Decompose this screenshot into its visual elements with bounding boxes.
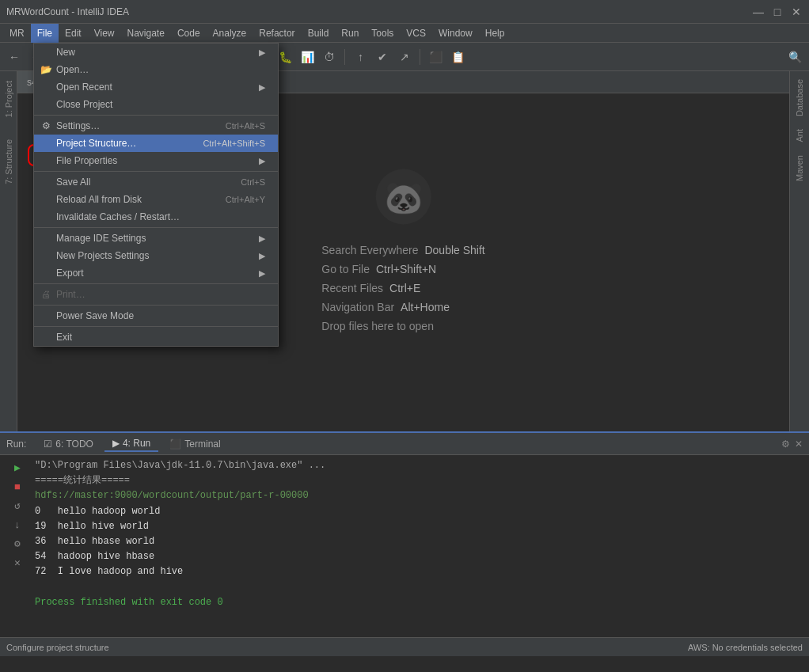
toolbar-back-button[interactable]: ← <box>5 47 24 66</box>
hint-goto-file: Go to File Ctrl+Shift+N <box>321 263 484 275</box>
bottom-tab-todo[interactable]: ☑ 6: TODO <box>36 437 101 451</box>
menu-sep3 <box>34 227 278 228</box>
new-arrow-icon: ▶ <box>259 47 265 58</box>
menu-navigate[interactable]: Navigate <box>121 24 171 43</box>
menu-item-settings-label: Settings… <box>56 120 100 131</box>
terminal-icon: ⬛ <box>169 439 181 450</box>
menu-sep1 <box>34 115 278 116</box>
menu-analyze[interactable]: Analyze <box>207 24 253 43</box>
console-rerun-btn[interactable]: ↺ <box>9 498 25 514</box>
console-left-buttons: ▶ ■ ↺ ↓ ⚙ ✕ <box>6 458 28 634</box>
console-close-btn[interactable]: ✕ <box>9 555 25 571</box>
project-panel-tab[interactable]: 1: Project <box>2 78 15 120</box>
ant-panel-tab[interactable]: Ant <box>793 124 806 147</box>
hint-key-2: Ctrl+Shift+N <box>376 263 436 275</box>
menu-item-export[interactable]: Export ▶ <box>34 264 278 282</box>
menu-item-power-save-label: Power Save Mode <box>56 310 134 321</box>
menu-item-new-projects-settings-label: New Projects Settings <box>56 250 149 261</box>
console-line-9 <box>35 580 803 595</box>
menu-item-settings[interactable]: ⚙ Settings… Ctrl+Alt+S <box>34 117 278 135</box>
toolbar-terminal-button[interactable]: ⬛ <box>426 47 445 66</box>
toolbar-search-everywhere-button[interactable]: 🔍 <box>785 47 804 66</box>
hint-text-5: Drop files here to open <box>321 320 434 332</box>
menu-run[interactable]: Run <box>335 24 365 43</box>
menu-item-open-label: Open… <box>56 64 89 75</box>
console-scroll-btn[interactable]: ↓ <box>9 517 25 533</box>
run-icon: ▶ <box>112 438 120 449</box>
maximize-button[interactable]: □ <box>771 6 784 18</box>
console-line-8: 72 I love hadoop and hive <box>35 564 803 579</box>
toolbar-sep3 <box>344 49 345 65</box>
toolbar-vcs-commit-button[interactable]: ✔ <box>373 47 392 66</box>
menu-item-invalidate[interactable]: Invalidate Caches / Restart… <box>34 208 278 226</box>
toolbar-vcs-update-button[interactable]: ↑ <box>351 47 370 66</box>
run-tab-label: 4: Run <box>123 438 150 449</box>
menu-item-print: 🖨 Print… <box>34 286 278 303</box>
menu-build[interactable]: Build <box>302 24 336 43</box>
menu-refactor[interactable]: Refactor <box>253 24 301 43</box>
console-line-2: =====统计结果===== <box>35 473 803 488</box>
menu-sep4 <box>34 283 278 284</box>
hint-recent-files: Recent Files Ctrl+E <box>321 282 484 294</box>
bottom-close-icon[interactable]: ✕ <box>795 439 803 450</box>
minimize-button[interactable]: — <box>752 6 765 18</box>
menu-item-new-projects-settings[interactable]: New Projects Settings ▶ <box>34 247 278 264</box>
bottom-panel: Run: ☑ 6: TODO ▶ 4: Run ⬛ Terminal ⚙ ✕ ▶… <box>0 431 809 637</box>
debug-button[interactable]: 🐛 <box>275 47 294 66</box>
new-projects-settings-arrow-icon: ▶ <box>259 251 265 261</box>
bottom-tab-terminal[interactable]: ⬛ Terminal <box>161 437 228 451</box>
menu-help[interactable]: Help <box>479 24 511 43</box>
menu-vcs[interactable]: VCS <box>400 24 432 43</box>
menu-item-open-recent[interactable]: Open Recent ▶ <box>34 78 278 96</box>
menu-item-project-structure[interactable]: Project Structure… Ctrl+Alt+Shift+S <box>34 135 278 152</box>
toolbar-sep4 <box>420 49 420 65</box>
hint-text-1: Search Everywhere <box>321 244 418 256</box>
console-line-1: "D:\Program Files\Java\jdk-11.0.7\bin\ja… <box>35 458 803 473</box>
console-stop-btn[interactable]: ■ <box>9 479 25 495</box>
menu-window[interactable]: Window <box>432 24 479 43</box>
menu-tools[interactable]: Tools <box>365 24 400 43</box>
menu-item-power-save[interactable]: Power Save Mode <box>34 307 278 325</box>
menu-bar: MR File Edit View Navigate Code Analyze … <box>0 24 809 43</box>
bottom-settings-icon[interactable]: ⚙ <box>781 439 790 450</box>
menu-edit[interactable]: Edit <box>59 24 88 43</box>
file-properties-arrow-icon: ▶ <box>259 156 265 166</box>
hint-drop-files: Drop files here to open <box>321 320 484 332</box>
hint-key-3: Ctrl+E <box>389 282 420 294</box>
bottom-tab-run[interactable]: ▶ 4: Run <box>104 436 158 452</box>
run-label: Run: <box>6 439 26 450</box>
menu-item-new[interactable]: New ▶ <box>34 44 278 61</box>
menu-sep6 <box>34 326 278 327</box>
menu-item-new-label: New <box>56 47 75 58</box>
settings-shortcut: Ctrl+Alt+S <box>226 121 265 131</box>
menu-item-file-properties[interactable]: File Properties ▶ <box>34 152 278 169</box>
toolbar-vcs-push-button[interactable]: ↗ <box>395 47 414 66</box>
console-line-5: 19 hello hive world <box>35 519 803 534</box>
close-button[interactable]: ✕ <box>790 6 803 18</box>
menu-item-save-all[interactable]: Save All Ctrl+S <box>34 173 278 191</box>
open-folder-icon: 📂 <box>39 64 53 75</box>
maven-panel-tab[interactable]: Maven <box>793 150 806 186</box>
menu-item-close-project[interactable]: Close Project <box>34 96 278 113</box>
export-arrow-icon: ▶ <box>259 268 265 279</box>
database-panel-tab[interactable]: Database <box>793 74 806 121</box>
toolbar-profile-button[interactable]: ⏱ <box>320 47 339 66</box>
menu-item-exit[interactable]: Exit <box>34 328 278 346</box>
menu-item-reload[interactable]: Reload All from Disk Ctrl+Alt+Y <box>34 191 278 208</box>
menu-item-manage-ide[interactable]: Manage IDE Settings ▶ <box>34 230 278 247</box>
toolbar-coverage-button[interactable]: 📊 <box>298 47 317 66</box>
title-bar: MRWordCount - IntelliJ IDEA — □ ✕ <box>0 0 809 24</box>
console-settings-btn[interactable]: ⚙ <box>9 536 25 552</box>
menu-code[interactable]: Code <box>171 24 207 43</box>
menu-item-open[interactable]: 📂 Open… <box>34 61 278 78</box>
structure-panel-tab[interactable]: 7: Structure <box>2 136 15 188</box>
menu-view[interactable]: View <box>88 24 121 43</box>
menu-item-close-project-label: Close Project <box>56 99 112 110</box>
toolbar-structure-button[interactable]: 📋 <box>448 47 467 66</box>
console-run-btn[interactable]: ▶ <box>9 460 25 476</box>
status-right: AWS: No credentials selected <box>688 643 803 652</box>
menu-sep5 <box>34 305 278 306</box>
menu-mr[interactable]: MR <box>3 24 31 43</box>
app-title: MRWordCount - IntelliJ IDEA <box>6 6 129 17</box>
menu-file[interactable]: File <box>31 24 59 43</box>
